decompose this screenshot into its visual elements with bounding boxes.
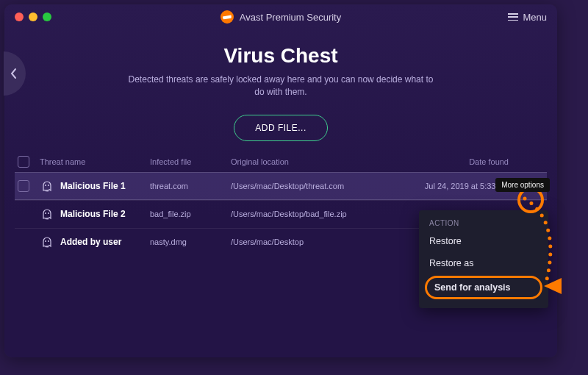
close-icon[interactable] [15, 12, 24, 21]
table-row[interactable]: Malicious File 1 threat.com /Users/mac/D… [15, 172, 547, 200]
select-all-checkbox[interactable] [18, 156, 29, 168]
threat-name: Malicious File 1 [60, 181, 126, 191]
dropdown-item-send-for-analysis[interactable]: Send for analysis [425, 276, 542, 299]
row-checkbox[interactable] [18, 180, 29, 192]
chevron-left-icon [10, 68, 17, 79]
hamburger-icon [508, 13, 518, 21]
svg-point-3 [48, 213, 49, 214]
svg-point-1 [48, 185, 49, 186]
titlebar: Avast Premium Security Menu [4, 4, 557, 29]
original-location: /Users/mac/Desktop [231, 238, 400, 246]
svg-point-4 [45, 240, 46, 242]
ghost-icon [40, 179, 54, 193]
app-title-text: Avast Premium Security [240, 12, 341, 23]
page-header: Virus Chest Detected threats are safely … [4, 29, 557, 99]
col-date-found: Date found [400, 157, 513, 166]
minimize-icon[interactable] [29, 12, 37, 21]
col-threat-name: Threat name [40, 157, 150, 166]
col-original-location: Original location [231, 157, 400, 166]
dropdown-header: ACTION [419, 215, 548, 230]
menu-label: Menu [523, 12, 547, 23]
action-dropdown: ACTION Restore Restore as Send for analy… [419, 210, 548, 308]
avast-logo-icon [220, 10, 234, 24]
svg-point-0 [45, 185, 46, 186]
ghost-icon [40, 235, 54, 249]
dropdown-item-restore-as[interactable]: Restore as [419, 252, 548, 274]
app-title: Avast Premium Security [4, 10, 557, 24]
threat-name: Malicious File 2 [60, 209, 126, 219]
table-header: Threat name Infected file Original locat… [15, 151, 547, 172]
original-location: /Users/mac/Desktop/bad_file.zip [231, 210, 400, 218]
svg-point-5 [48, 240, 49, 242]
maximize-icon[interactable] [43, 12, 51, 21]
infected-file: threat.com [150, 182, 231, 190]
original-location: /Users/mac/Desktop/threat.com [231, 182, 400, 190]
infected-file: nasty.dmg [150, 238, 231, 246]
dropdown-item-restore[interactable]: Restore [419, 230, 548, 252]
add-file-button[interactable]: ADD FILE... [234, 115, 328, 141]
menu-button[interactable]: Menu [508, 12, 547, 23]
page-title: Virus Chest [49, 44, 513, 68]
infected-file: bad_file.zip [150, 210, 231, 218]
threat-name: Added by user [60, 237, 121, 247]
svg-point-2 [45, 213, 46, 214]
page-subtitle: Detected threats are safely locked away … [123, 74, 439, 99]
traffic-lights [15, 12, 51, 21]
app-window: Avast Premium Security Menu Virus Chest … [4, 4, 557, 357]
col-infected-file: Infected file [150, 157, 231, 166]
more-options-tooltip: More options [495, 178, 550, 192]
ghost-icon [40, 207, 54, 221]
